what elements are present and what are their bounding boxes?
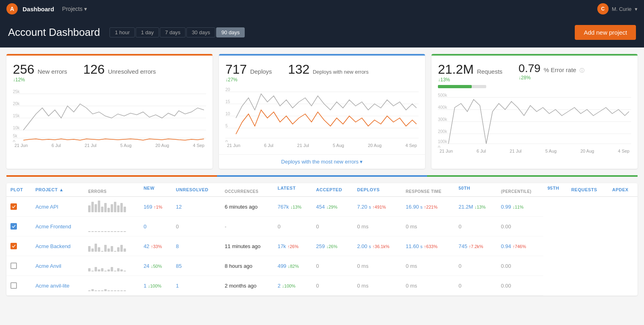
project-link[interactable]: Acme anvil-lite <box>35 283 70 289</box>
mini-bar <box>91 289 94 291</box>
mini-bar-chart <box>88 221 135 232</box>
time-filter-90days[interactable]: 90 days <box>216 27 245 37</box>
new-errors-change: ↓12% <box>13 77 67 83</box>
value-link[interactable]: 2 <box>278 283 281 289</box>
mini-bar <box>111 246 113 252</box>
time-filter-7days[interactable]: 7 days <box>160 27 186 37</box>
cell-resp-95: 11.60 s ↑633% <box>402 236 454 256</box>
cell-occ-latest: 2 months ago <box>221 276 273 296</box>
requests-progress-fill <box>438 85 472 88</box>
table-section: PLOT PROJECT ▲ ERRORS NEW UNRESOLVED OCC… <box>0 169 644 302</box>
cell-resp-50: 2.00 s ↑36.1k% <box>353 236 402 256</box>
cell-mini-bars <box>84 256 139 276</box>
mini-bar <box>98 231 100 232</box>
row-checkbox[interactable] <box>10 263 17 269</box>
project-link[interactable]: Acme Backend <box>35 243 70 249</box>
row-checkbox[interactable] <box>10 243 17 249</box>
svg-text:5k: 5k <box>13 134 18 138</box>
row-checkbox[interactable] <box>10 203 17 210</box>
time-filter-1day[interactable]: 1 day <box>136 27 159 37</box>
resp-95-value[interactable]: 11.60 s <box>406 243 423 249</box>
value-link[interactable]: 767k <box>278 204 289 210</box>
cell-errors-unresolved: 1 <box>172 276 221 296</box>
deploys-most-errors-link[interactable]: Deploys with the most new errors ▾ <box>281 159 363 165</box>
requests-chart-x-labels: 21 Jun 6 Jul 21 Jul 5 Aug 20 Aug 4 Sep <box>438 149 631 153</box>
cell-checkbox <box>6 276 31 296</box>
mini-bar <box>124 248 126 252</box>
errors-new-value[interactable]: 1 <box>144 283 147 289</box>
cell-errors-new: 1 ↓100% <box>140 276 172 296</box>
errors-card: 256 New errors ↓12% 126 Unresolved error… <box>6 54 213 169</box>
value-link[interactable]: 1 <box>176 283 179 289</box>
time-filter-30days[interactable]: 30 days <box>186 27 215 37</box>
cell-apdex: 0.94 ↑746% <box>497 236 543 256</box>
value-link[interactable]: 21.2M <box>458 204 473 210</box>
col-errors-unresolved: UNRESOLVED <box>172 183 221 197</box>
cell-occ-accepted: 0 <box>274 217 312 236</box>
deploys-label: Deploys <box>250 68 272 75</box>
user-name[interactable]: M. Curie <box>612 6 632 12</box>
cell-project: Acme Frontend <box>31 217 84 236</box>
mini-bar <box>98 269 100 271</box>
deploys-number: 717 <box>225 62 247 77</box>
cell-checkbox <box>6 236 31 256</box>
col-resp-50: 50TH <box>454 183 497 197</box>
row-checkbox[interactable] <box>10 282 17 289</box>
resp-50-value[interactable]: 7.20 s <box>357 204 371 210</box>
mini-bar <box>88 246 91 252</box>
value-link[interactable]: 499 <box>278 263 287 269</box>
cell-errors-new: 169 ↑1% <box>140 197 172 217</box>
value-link[interactable]: 85 <box>176 263 182 269</box>
mini-bar <box>107 231 110 232</box>
resp-50-value[interactable]: 2.00 s <box>357 243 371 249</box>
add-new-project-button[interactable]: Add new project <box>575 25 636 40</box>
errors-chart: 25k 20k 15k 10k 5k 0 <box>13 86 206 142</box>
mini-bar <box>88 268 91 271</box>
time-filter-1hour[interactable]: 1 hour <box>109 27 135 37</box>
value-link[interactable]: 8 <box>176 243 179 249</box>
project-link[interactable]: Acme Frontend <box>35 224 71 230</box>
value-link[interactable]: 259 <box>316 243 325 249</box>
nav-projects-dropdown[interactable]: Projects ▾ <box>62 6 87 12</box>
project-link[interactable]: Acme Anvil <box>35 263 61 269</box>
mini-bar <box>117 231 120 232</box>
cell-apdex: 0.00 <box>497 256 543 276</box>
value-link[interactable]: 0.94 <box>501 243 511 249</box>
mini-bar <box>124 290 126 291</box>
mini-bar <box>104 271 107 271</box>
value-link[interactable]: 17k <box>278 243 286 249</box>
mini-bar <box>95 290 97 291</box>
mini-bar <box>101 207 103 212</box>
svg-text:300k: 300k <box>438 117 448 122</box>
requests-stat: 21.2M Requests ↓13% <box>438 62 502 88</box>
value-link[interactable]: 454 <box>316 204 325 210</box>
mini-bar <box>114 202 116 212</box>
cell-deploys: 259 ↓26% <box>312 236 353 256</box>
value-link[interactable]: 0.99 <box>501 204 511 210</box>
svg-text:400k: 400k <box>438 105 448 110</box>
mini-bar <box>107 269 110 271</box>
errors-new-value[interactable]: 169 <box>144 204 153 210</box>
errors-new-value[interactable]: 0 <box>144 224 147 230</box>
value-link[interactable]: 12 <box>176 204 182 210</box>
cell-resp-50: 7.20 s ↑491% <box>353 197 402 217</box>
cell-deploys: 0 <box>312 276 353 296</box>
page-header: Account Dashboard 1 hour 1 day 7 days 30… <box>0 18 644 48</box>
row-checkbox[interactable] <box>10 223 17 230</box>
errors-new-value[interactable]: 24 <box>144 263 149 269</box>
errors-new-value[interactable]: 42 <box>144 243 149 249</box>
deploys-chart: 20 15 10 5 0 <box>225 86 419 142</box>
mini-bar <box>104 203 107 212</box>
deploys-stat: 717 Deploys ↓27% <box>225 62 272 83</box>
mini-bar <box>117 290 120 291</box>
errors-new-change: ↓100% <box>148 284 161 288</box>
cell-errors-unresolved: 12 <box>172 197 221 217</box>
col-deploys: DEPLOYS <box>353 183 402 197</box>
value-link[interactable]: 745 <box>458 243 467 249</box>
resp-95-value[interactable]: 16.90 s <box>406 204 423 210</box>
cell-errors-unresolved: 0 <box>172 217 221 236</box>
deploys-chart-x-labels: 21 Jun 6 Jul 21 Jul 5 Aug 20 Aug 4 Sep <box>225 143 419 148</box>
deploys-change: ↓29% <box>326 205 338 209</box>
project-link[interactable]: Acme API <box>35 204 58 210</box>
cell-resp-95: 0 ms <box>402 217 454 236</box>
